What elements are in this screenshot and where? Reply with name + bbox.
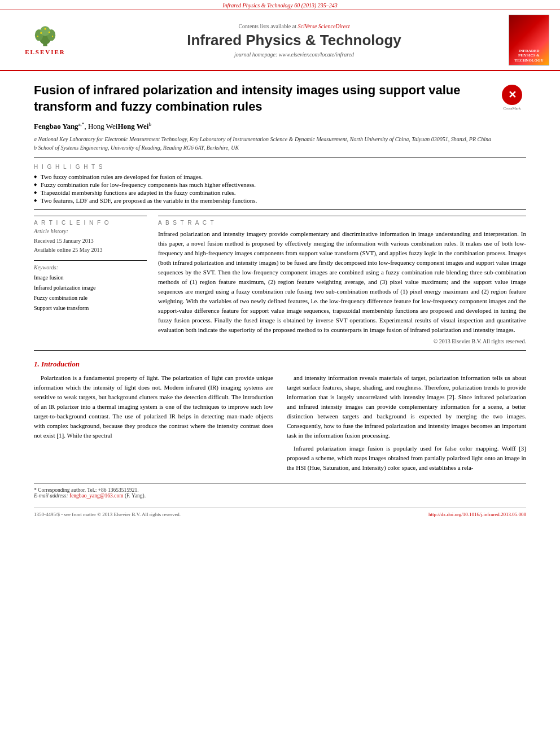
article-info-label: A R T I C L E I N F O [34,220,147,226]
journal-cover-image: INFRARED PHYSICS & TECHNOLOGY [509,15,549,65]
history-label: Article history: [34,228,147,234]
footer-bar: 1350-4495/$ - see front matter © 2013 El… [34,508,526,517]
highlights-list: Two fuzzy combination rules are develope… [34,173,526,204]
keywords-section: Keywords: Image fusion Infrared polariza… [34,260,147,313]
keyword-3: Support value transform [34,303,147,313]
email-line: E-mail address: fengbao_yang@163.com (F.… [34,493,526,499]
elsevier-logo-area: ELSEVIER [6,23,85,57]
elsevier-wordmark: ELSEVIER [25,49,65,55]
email-address[interactable]: fengbao_yang@163.com [69,493,124,499]
journal-homepage: journal homepage: www.elsevier.com/locat… [96,51,492,58]
svg-point-8 [37,36,38,37]
article-info-section: A R T I C L E I N F O Article history: R… [34,216,147,255]
affiliation-b: b School of Systems Engineering, Univers… [34,143,526,152]
sciverse-info: Contents lists available at SciVerse Sci… [96,23,492,29]
crossmark-icon: ✕ [502,85,522,105]
author-sep: , Hong Wei [84,123,117,131]
journal-title-area: Contents lists available at SciVerse Sci… [85,23,504,58]
volume-label: Infrared Physics & Technology 60 (2013) … [222,2,338,8]
sciverse-prefix: Contents lists available at [238,23,296,29]
article-info-column: A R T I C L E I N F O Article history: R… [34,216,147,345]
highlight-item: Fuzzy combination rule for low-frequency… [34,181,526,188]
svg-point-7 [45,28,46,30]
cover-text: INFRARED PHYSICS & TECHNOLOGY [511,49,546,63]
crossmark-label: CrossMark [503,106,520,111]
homepage-label: journal homepage: [234,51,277,58]
homepage-url[interactable]: www.elsevier.com/locate/infrared [279,51,354,58]
doi-link[interactable]: http://dx.doi.org/10.1016/j.infrared.201… [428,512,526,517]
main-content: Fusion of infrared polarization and inte… [0,71,560,528]
sciverse-link[interactable]: SciVerse ScienceDirect [298,23,349,29]
intro-body-columns: Polarization is a fundamental property o… [34,373,526,476]
author-2-sup: b [148,121,151,127]
corresponding-note: * Corresponding author. Tel.: +86 136535… [34,487,526,493]
intro-col-left: Polarization is a fundamental property o… [34,373,273,476]
intro-para2: and intensity information reveals materi… [287,373,526,440]
intro-para3: Infrared polarization image fusion is po… [287,444,526,473]
elsevier-logo: ELSEVIER [14,23,76,57]
article-title-section: Fusion of infrared polarization and inte… [34,82,526,115]
issn-text: 1350-4495/$ - see front matter © 2013 El… [34,512,181,517]
journal-header: ELSEVIER Contents lists available at Sci… [0,10,560,71]
introduction-section: 1. Introduction Polarization is a fundam… [34,360,526,476]
intro-title: Introduction [41,360,80,368]
journal-volume-info: Infrared Physics & Technology 60 (2013) … [0,0,560,10]
received-text: Received 15 January 2013 [34,237,147,246]
email-label: E-mail address: [34,493,68,499]
crossmark-badge[interactable]: ✕ CrossMark [498,85,526,111]
abstract-section: A B S T R A C T Infrared polarization an… [158,216,526,345]
available-text: Available online 25 May 2013 [34,246,147,255]
highlight-item: Two features, LDF and SDF, are proposed … [34,197,526,204]
article-title: Fusion of infrared polarization and inte… [34,82,492,115]
intro-num: 1. [34,360,40,368]
keywords-label: Keywords: [34,264,147,270]
highlight-item: Two fuzzy combination rules are develope… [34,173,526,180]
keyword-1: Infrared polarization image [34,283,147,293]
info-abstract-columns: A R T I C L E I N F O Article history: R… [34,216,526,345]
svg-point-9 [52,36,53,37]
divider-2 [34,209,526,210]
affiliations: a National Key Laboratory for Electronic… [34,135,526,152]
abstract-label: A B S T R A C T [158,220,526,226]
email-note: (F. Yang). [125,493,146,499]
journal-title: Infrared Physics & Technology [96,32,492,49]
authors-line: Fengbao Yanga,*, Hong WeiHong Weib [34,121,526,131]
svg-point-6 [49,32,50,33]
elsevier-tree-icon [28,25,62,47]
affiliation-a: a National Key Laboratory for Electronic… [34,135,526,143]
keyword-0: Image fusion [34,273,147,283]
keyword-2: Fuzzy combination rule [34,293,147,303]
svg-point-4 [40,26,50,36]
svg-point-5 [40,32,42,34]
footnote-area: * Corresponding author. Tel.: +86 136535… [34,483,526,499]
intro-col-right: and intensity information reveals materi… [287,373,526,476]
abstract-text: Infrared polarization and intensity imag… [158,229,526,335]
received-date: Received 15 January 2013 Available onlin… [34,237,147,255]
abstract-copyright: © 2013 Elsevier B.V. All rights reserved… [158,338,526,344]
highlights-label: H I G H L I G H T S [34,164,526,170]
author-1-sup: a,* [78,121,85,127]
author-1-name: Fengbao Yang [34,123,78,131]
intro-para1: Polarization is a fundamental property o… [34,373,273,440]
intro-heading: 1. Introduction [34,360,526,369]
journal-cover-area: INFRARED PHYSICS & TECHNOLOGY [504,15,554,65]
divider-3 [34,350,526,351]
author-2-name: Hong Wei [117,123,148,131]
highlight-item: Trapezoidal membership functions are ada… [34,189,526,196]
divider-1 [34,158,526,158]
